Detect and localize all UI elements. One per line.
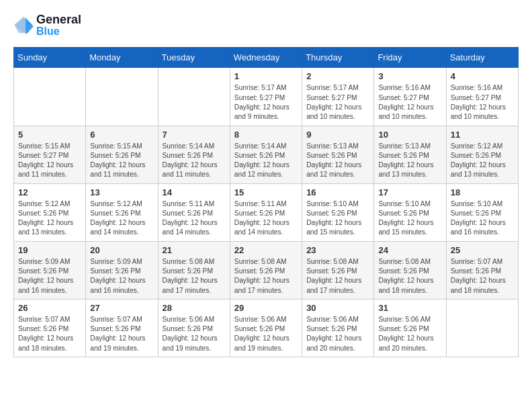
day-number: 7 bbox=[163, 130, 226, 140]
calendar-cell: 5Sunrise: 5:15 AMSunset: 5:27 PMDaylight… bbox=[14, 126, 86, 183]
day-info: Sunrise: 5:09 AMSunset: 5:26 PMDaylight:… bbox=[18, 257, 82, 295]
day-number: 5 bbox=[18, 130, 82, 140]
day-info: Sunrise: 5:13 AMSunset: 5:26 PMDaylight:… bbox=[378, 142, 442, 180]
logo-text: General Blue bbox=[36, 13, 81, 37]
calendar-cell: 17Sunrise: 5:10 AMSunset: 5:26 PMDayligh… bbox=[374, 183, 446, 241]
day-number: 10 bbox=[378, 130, 442, 140]
calendar-cell: 27Sunrise: 5:07 AMSunset: 5:26 PMDayligh… bbox=[86, 299, 158, 357]
day-info: Sunrise: 5:10 AMSunset: 5:26 PMDaylight:… bbox=[451, 199, 515, 238]
calendar-week-row: 12Sunrise: 5:12 AMSunset: 5:26 PMDayligh… bbox=[14, 183, 519, 241]
day-number: 9 bbox=[306, 130, 370, 140]
day-info: Sunrise: 5:06 AMSunset: 5:26 PMDaylight:… bbox=[163, 315, 226, 353]
calendar-cell: 21Sunrise: 5:08 AMSunset: 5:26 PMDayligh… bbox=[158, 241, 230, 299]
day-info: Sunrise: 5:12 AMSunset: 5:26 PMDaylight:… bbox=[90, 199, 154, 238]
calendar-cell: 9Sunrise: 5:13 AMSunset: 5:26 PMDaylight… bbox=[302, 126, 374, 183]
day-number: 26 bbox=[18, 303, 82, 313]
day-info: Sunrise: 5:10 AMSunset: 5:26 PMDaylight:… bbox=[306, 199, 370, 238]
calendar-cell: 13Sunrise: 5:12 AMSunset: 5:26 PMDayligh… bbox=[86, 183, 158, 241]
day-info: Sunrise: 5:07 AMSunset: 5:26 PMDaylight:… bbox=[18, 315, 82, 353]
calendar-cell: 26Sunrise: 5:07 AMSunset: 5:26 PMDayligh… bbox=[14, 299, 86, 357]
day-info: Sunrise: 5:09 AMSunset: 5:26 PMDaylight:… bbox=[90, 257, 154, 295]
calendar-cell: 29Sunrise: 5:06 AMSunset: 5:26 PMDayligh… bbox=[230, 299, 302, 357]
weekday-header-sunday: Sunday bbox=[14, 48, 86, 68]
day-info: Sunrise: 5:12 AMSunset: 5:26 PMDaylight:… bbox=[451, 142, 515, 180]
day-number: 8 bbox=[234, 130, 298, 140]
calendar-cell: 1Sunrise: 5:17 AMSunset: 5:27 PMDaylight… bbox=[230, 68, 302, 126]
day-info: Sunrise: 5:12 AMSunset: 5:26 PMDaylight:… bbox=[18, 199, 82, 238]
day-number: 20 bbox=[90, 245, 154, 255]
day-number: 22 bbox=[234, 245, 298, 255]
weekday-header-tuesday: Tuesday bbox=[158, 48, 230, 68]
day-number: 6 bbox=[90, 130, 154, 140]
calendar-table: SundayMondayTuesdayWednesdayThursdayFrid… bbox=[13, 47, 519, 357]
calendar-cell: 19Sunrise: 5:09 AMSunset: 5:26 PMDayligh… bbox=[14, 241, 86, 299]
weekday-header-monday: Monday bbox=[86, 48, 158, 68]
day-number: 28 bbox=[163, 303, 226, 313]
logo-icon bbox=[13, 15, 34, 36]
calendar-cell: 18Sunrise: 5:10 AMSunset: 5:26 PMDayligh… bbox=[446, 183, 518, 241]
calendar-cell: 11Sunrise: 5:12 AMSunset: 5:26 PMDayligh… bbox=[446, 126, 518, 183]
day-number: 31 bbox=[378, 303, 442, 313]
day-number: 4 bbox=[451, 71, 515, 81]
day-number: 23 bbox=[306, 245, 370, 255]
day-info: Sunrise: 5:11 AMSunset: 5:26 PMDaylight:… bbox=[234, 199, 298, 238]
calendar-week-row: 1Sunrise: 5:17 AMSunset: 5:27 PMDaylight… bbox=[14, 68, 519, 126]
calendar-cell: 14Sunrise: 5:11 AMSunset: 5:26 PMDayligh… bbox=[158, 183, 230, 241]
calendar-cell: 24Sunrise: 5:08 AMSunset: 5:26 PMDayligh… bbox=[374, 241, 446, 299]
calendar-cell: 7Sunrise: 5:14 AMSunset: 5:26 PMDaylight… bbox=[158, 126, 230, 183]
calendar-cell: 28Sunrise: 5:06 AMSunset: 5:26 PMDayligh… bbox=[158, 299, 230, 357]
day-info: Sunrise: 5:17 AMSunset: 5:27 PMDaylight:… bbox=[234, 83, 298, 122]
day-number: 29 bbox=[234, 303, 298, 313]
calendar-cell: 15Sunrise: 5:11 AMSunset: 5:26 PMDayligh… bbox=[230, 183, 302, 241]
logo: General Blue bbox=[13, 13, 81, 37]
day-info: Sunrise: 5:07 AMSunset: 5:26 PMDaylight:… bbox=[451, 257, 515, 295]
calendar-cell: 16Sunrise: 5:10 AMSunset: 5:26 PMDayligh… bbox=[302, 183, 374, 241]
calendar-cell: 6Sunrise: 5:15 AMSunset: 5:26 PMDaylight… bbox=[86, 126, 158, 183]
day-info: Sunrise: 5:16 AMSunset: 5:27 PMDaylight:… bbox=[451, 83, 515, 122]
day-info: Sunrise: 5:08 AMSunset: 5:26 PMDaylight:… bbox=[163, 257, 226, 295]
calendar-cell: 2Sunrise: 5:17 AMSunset: 5:27 PMDaylight… bbox=[302, 68, 374, 126]
day-number: 11 bbox=[451, 130, 515, 140]
calendar-cell: 10Sunrise: 5:13 AMSunset: 5:26 PMDayligh… bbox=[374, 126, 446, 183]
day-info: Sunrise: 5:17 AMSunset: 5:27 PMDaylight:… bbox=[306, 83, 370, 122]
day-number: 30 bbox=[306, 303, 370, 313]
day-number: 1 bbox=[234, 71, 298, 81]
calendar-cell bbox=[86, 68, 158, 126]
calendar-header-row: SundayMondayTuesdayWednesdayThursdayFrid… bbox=[14, 48, 519, 68]
day-number: 18 bbox=[451, 187, 515, 197]
calendar-cell bbox=[446, 299, 518, 357]
day-number: 2 bbox=[306, 71, 370, 81]
day-info: Sunrise: 5:08 AMSunset: 5:26 PMDaylight:… bbox=[378, 257, 442, 295]
calendar-cell: 4Sunrise: 5:16 AMSunset: 5:27 PMDaylight… bbox=[446, 68, 518, 126]
day-info: Sunrise: 5:08 AMSunset: 5:26 PMDaylight:… bbox=[306, 257, 370, 295]
day-info: Sunrise: 5:13 AMSunset: 5:26 PMDaylight:… bbox=[306, 142, 370, 180]
day-number: 25 bbox=[451, 245, 515, 255]
day-number: 12 bbox=[18, 187, 82, 197]
day-number: 27 bbox=[90, 303, 154, 313]
day-number: 17 bbox=[378, 187, 442, 197]
calendar-cell: 22Sunrise: 5:08 AMSunset: 5:26 PMDayligh… bbox=[230, 241, 302, 299]
day-info: Sunrise: 5:14 AMSunset: 5:26 PMDaylight:… bbox=[163, 142, 226, 180]
day-info: Sunrise: 5:14 AMSunset: 5:26 PMDaylight:… bbox=[234, 142, 298, 180]
calendar-cell: 3Sunrise: 5:16 AMSunset: 5:27 PMDaylight… bbox=[374, 68, 446, 126]
page-header: General Blue bbox=[13, 13, 519, 37]
day-number: 15 bbox=[234, 187, 298, 197]
calendar-week-row: 19Sunrise: 5:09 AMSunset: 5:26 PMDayligh… bbox=[14, 241, 519, 299]
day-number: 16 bbox=[306, 187, 370, 197]
day-info: Sunrise: 5:15 AMSunset: 5:26 PMDaylight:… bbox=[90, 142, 154, 180]
day-number: 13 bbox=[90, 187, 154, 197]
calendar-cell: 31Sunrise: 5:06 AMSunset: 5:26 PMDayligh… bbox=[374, 299, 446, 357]
weekday-header-wednesday: Wednesday bbox=[230, 48, 302, 68]
day-info: Sunrise: 5:15 AMSunset: 5:27 PMDaylight:… bbox=[18, 142, 82, 180]
day-number: 21 bbox=[163, 245, 226, 255]
weekday-header-friday: Friday bbox=[374, 48, 446, 68]
day-info: Sunrise: 5:11 AMSunset: 5:26 PMDaylight:… bbox=[163, 199, 226, 238]
weekday-header-thursday: Thursday bbox=[302, 48, 374, 68]
day-number: 19 bbox=[18, 245, 82, 255]
day-info: Sunrise: 5:08 AMSunset: 5:26 PMDaylight:… bbox=[234, 257, 298, 295]
calendar-cell: 30Sunrise: 5:06 AMSunset: 5:26 PMDayligh… bbox=[302, 299, 374, 357]
day-number: 3 bbox=[378, 71, 442, 81]
weekday-header-saturday: Saturday bbox=[446, 48, 518, 68]
day-info: Sunrise: 5:06 AMSunset: 5:26 PMDaylight:… bbox=[306, 315, 370, 353]
day-info: Sunrise: 5:07 AMSunset: 5:26 PMDaylight:… bbox=[90, 315, 154, 353]
